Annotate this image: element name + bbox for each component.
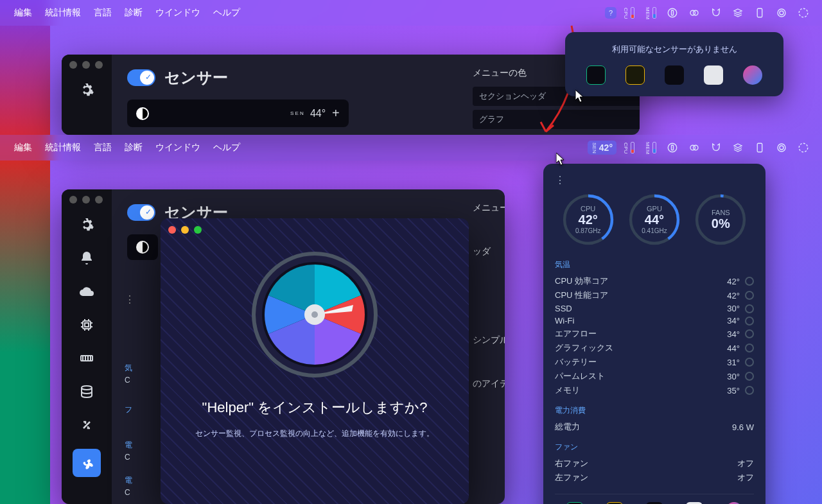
- svg-rect-1: [672, 10, 674, 15]
- app-gauge-icon: [250, 250, 379, 379]
- sidebar-bell-icon[interactable]: [77, 248, 96, 268]
- svg-rect-16: [83, 321, 91, 329]
- svg-point-11: [694, 145, 699, 150]
- menubar-preview[interactable]: S E N 44° +: [127, 100, 349, 127]
- dialog-body: センサー監視、プロセス監視の向上など、追加機能を有効にします。: [195, 428, 434, 440]
- status-airplay-icon-2[interactable]: [772, 140, 791, 155]
- temp-row: バッテリー31°: [555, 355, 754, 369]
- sidebar-cpu-icon[interactable]: [77, 315, 96, 335]
- gauge-cpu[interactable]: CPU42°0.87GHz: [560, 191, 616, 248]
- svg-point-31: [311, 311, 318, 318]
- menu-stats[interactable]: 統計情報: [39, 4, 87, 21]
- temp-row: CPU 効率コア42°: [555, 274, 754, 288]
- status-unknown[interactable]: ?: [605, 7, 616, 19]
- status-phone-icon-2[interactable]: [750, 140, 769, 155]
- status-mem-2[interactable]: M E M: [641, 140, 660, 155]
- temp-row: グラフィックス44°: [555, 341, 754, 355]
- status-cloud-icon-2[interactable]: [685, 140, 704, 155]
- gauge-gpu[interactable]: GPU44°0.41GHz: [626, 191, 683, 248]
- svg-point-7: [799, 8, 808, 17]
- status-cloud-icon[interactable]: [685, 5, 704, 21]
- status-time-icon[interactable]: [794, 5, 813, 21]
- power-row: 総電力 9.6 W: [555, 420, 754, 434]
- svg-rect-4: [757, 8, 762, 17]
- menubar-bottom: 編集 統計情報 言語 診断 ウインドウ ヘルプ S E N42° C P U M…: [0, 135, 822, 161]
- sidebar-fan-icon[interactable]: [73, 449, 101, 477]
- install-helper-dialog: "Helper" をインストールしますか? センサー監視、プロセス監視の向上など…: [161, 218, 469, 504]
- status-mem[interactable]: M E M: [641, 5, 660, 21]
- status-airplay-icon[interactable]: [772, 5, 791, 21]
- status-cpu[interactable]: C P U: [619, 5, 638, 21]
- sidebar-gear-icon-2[interactable]: [77, 215, 96, 234]
- menu-language-2[interactable]: 言語: [87, 139, 118, 156]
- app-icon-activity[interactable]: [586, 65, 606, 85]
- status-cpu-2[interactable]: C P U: [619, 140, 638, 155]
- menu-stats-2[interactable]: 統計情報: [39, 139, 87, 156]
- status-time-icon-2[interactable]: [794, 140, 813, 155]
- menu-help[interactable]: ヘルプ: [207, 4, 247, 21]
- app-icon-5[interactable]: [743, 65, 762, 85]
- status-phone-icon[interactable]: [750, 5, 769, 21]
- menubar-preview-2[interactable]: [127, 234, 158, 260]
- sidebar-cloud-icon[interactable]: [77, 282, 96, 301]
- contrast-icon: [136, 107, 149, 120]
- svg-point-5: [778, 9, 785, 17]
- menu-diagnostics[interactable]: 診断: [118, 4, 149, 21]
- menu-edit[interactable]: 編集: [8, 4, 39, 21]
- svg-point-0: [668, 8, 677, 17]
- sensor-unavailable-popup: 利用可能なセンサーがありません: [565, 32, 783, 96]
- panel-menu-icon[interactable]: ⋮: [555, 174, 754, 186]
- window-controls-2[interactable]: [69, 196, 103, 204]
- more-icon[interactable]: ⋮: [125, 293, 135, 306]
- svg-rect-17: [85, 323, 89, 327]
- fan-row: 左ファンオフ: [555, 471, 754, 485]
- status-layers-icon-2[interactable]: [728, 140, 748, 155]
- temp-row: メモリ35°: [555, 383, 754, 397]
- gauge-fans[interactable]: FANS0%: [692, 191, 749, 248]
- sensor-toggle[interactable]: ✓: [127, 69, 155, 86]
- status-cat-icon[interactable]: [706, 5, 726, 21]
- app-icon-2[interactable]: [625, 65, 645, 85]
- svg-point-19: [82, 386, 92, 390]
- svg-point-8: [668, 143, 677, 152]
- sidebar-memory-icon[interactable]: [77, 349, 96, 368]
- menu-edit-2[interactable]: 編集: [8, 139, 39, 156]
- menu-diagnostics-2[interactable]: 診断: [118, 139, 149, 156]
- status-layers-icon[interactable]: [728, 5, 748, 21]
- temp-row: CPU 性能コア42°: [555, 288, 754, 302]
- menu-language[interactable]: 言語: [87, 4, 118, 21]
- menu-window-2[interactable]: ウインドウ: [149, 139, 207, 156]
- settings-window-top: ✓ センサー S E N 44° + メニューの色 セクションヘッダ グラフ: [62, 55, 640, 135]
- status-1password-icon-2[interactable]: [663, 140, 682, 155]
- dialog-window-controls[interactable]: [168, 226, 202, 234]
- svg-point-13: [778, 144, 785, 152]
- cursor-bottom: [556, 153, 566, 166]
- sidebar-gear-icon[interactable]: [77, 80, 96, 100]
- svg-point-15: [799, 143, 808, 152]
- contrast-icon-2: [136, 241, 149, 254]
- add-icon[interactable]: +: [332, 106, 340, 121]
- svg-point-20: [85, 462, 88, 464]
- sidebar-network-icon[interactable]: [77, 415, 96, 435]
- svg-point-3: [694, 10, 699, 15]
- fan-row: 右ファンオフ: [555, 456, 754, 471]
- menu-window[interactable]: ウインドウ: [149, 4, 207, 21]
- sensor-toggle-2[interactable]: ✓: [127, 204, 155, 221]
- cursor-top: [575, 90, 586, 103]
- svg-rect-9: [672, 145, 674, 150]
- status-sen[interactable]: S E N42°: [588, 141, 616, 155]
- status-1password-icon[interactable]: [663, 5, 682, 21]
- menubar-top: 編集 統計情報 言語 診断 ウインドウ ヘルプ ? C P U M E M: [0, 0, 822, 26]
- status-cat-icon-2[interactable]: [706, 140, 726, 155]
- graph-select[interactable]: グラフ: [473, 110, 640, 129]
- sidebar-disk-icon[interactable]: [77, 382, 96, 401]
- temp-row: パームレスト30°: [555, 369, 754, 383]
- temp-row: Wi-Fi34°: [555, 315, 754, 327]
- app-icon-4[interactable]: [704, 65, 723, 85]
- app-icon-terminal[interactable]: [665, 65, 684, 85]
- window-controls[interactable]: [69, 61, 103, 69]
- temp-row: エアフロー34°: [555, 327, 754, 341]
- svg-point-6: [780, 11, 783, 15]
- menu-help-2[interactable]: ヘルプ: [207, 139, 247, 156]
- temp-row: SSD30°: [555, 302, 754, 315]
